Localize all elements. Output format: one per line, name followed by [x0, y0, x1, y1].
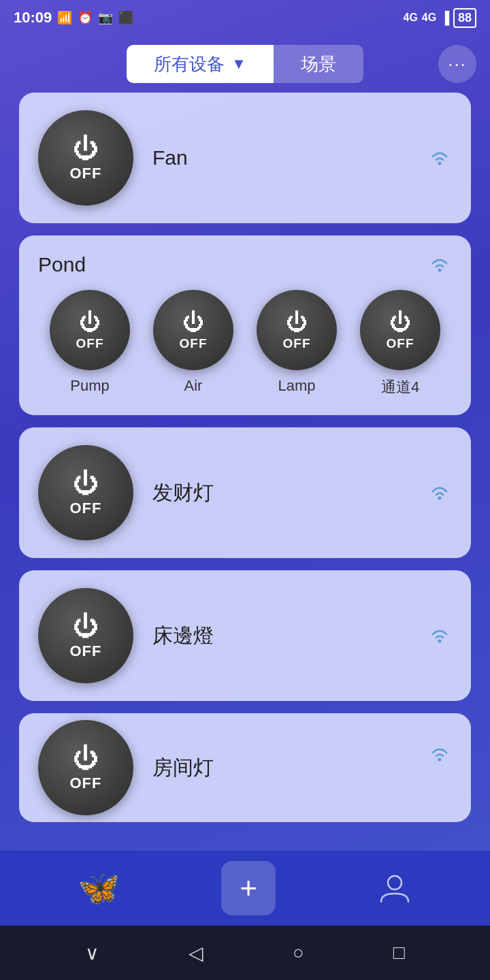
- pond-card: Pond ⏻ OFF Pump ⏻: [19, 235, 471, 415]
- network-4g-icon: 4G: [404, 12, 418, 24]
- channel4-power-button[interactable]: ⏻ OFF: [360, 290, 440, 370]
- network-4g2-icon: 4G: [422, 12, 436, 24]
- wealth-lamp-wifi-icon: [427, 482, 452, 504]
- add-device-button[interactable]: +: [221, 861, 276, 915]
- chevron-down-icon: ▼: [231, 55, 246, 73]
- signal-bars-icon: ▐: [440, 11, 449, 25]
- nav-down-button[interactable]: ∨: [85, 942, 99, 964]
- nav-recent-button[interactable]: □: [393, 942, 405, 964]
- air-status: OFF: [180, 336, 208, 351]
- bedside-lamp-power-button[interactable]: ⏻ OFF: [38, 588, 133, 683]
- lamp-status: OFF: [283, 336, 311, 351]
- lamp-label: Lamp: [278, 377, 315, 395]
- power-icon: ⏻: [73, 744, 99, 773]
- device-list: ⏻ OFF Fan Pond: [0, 93, 490, 830]
- power-icon: ⏻: [79, 310, 101, 335]
- nav-back-button[interactable]: ◁: [189, 942, 203, 964]
- all-devices-tab[interactable]: 所有设备 ▼: [127, 45, 274, 83]
- svg-point-3: [438, 640, 442, 643]
- room-lamp-name: 房间灯: [152, 754, 214, 782]
- header-nav: 所有设备 ▼ 场景 ···: [0, 35, 490, 93]
- pond-lamp: ⏻ OFF Lamp: [257, 290, 337, 397]
- bedside-lamp-name: 床邊燈: [152, 622, 214, 650]
- pump-power-button[interactable]: ⏻ OFF: [50, 290, 130, 370]
- room-lamp-wifi-icon: [427, 743, 452, 765]
- fan-power-button[interactable]: ⏻ OFF: [38, 110, 133, 206]
- scenes-label: 场景: [301, 52, 336, 76]
- pump-label: Pump: [70, 377, 109, 395]
- svg-point-0: [438, 162, 442, 165]
- air-label: Air: [184, 377, 203, 395]
- screenshot-icon: 📷: [98, 10, 113, 25]
- scenes-tab[interactable]: 场景: [274, 45, 363, 83]
- pond-wifi-icon: [427, 254, 452, 276]
- air-power-button[interactable]: ⏻ OFF: [153, 290, 233, 370]
- power-icon: ⏻: [73, 612, 99, 641]
- pond-air: ⏻ OFF Air: [153, 290, 233, 397]
- power-icon: ⏻: [182, 310, 204, 335]
- wealth-lamp-status: OFF: [70, 500, 102, 517]
- pond-pump: ⏻ OFF Pump: [50, 290, 130, 397]
- fan-card: ⏻ OFF Fan: [19, 93, 471, 223]
- bedside-lamp-card: ⏻ OFF 床邊燈: [19, 570, 471, 701]
- bottom-nav: 🦋 +: [0, 851, 490, 926]
- pond-channel4: ⏻ OFF 通道4: [360, 290, 440, 397]
- svg-point-1: [438, 269, 442, 272]
- status-bar: 10:09 📶 ⏰ 📷 ⬛ 4G 4G ▐ 88: [0, 0, 490, 35]
- svg-point-2: [438, 497, 442, 500]
- wealth-lamp-name: 发财灯: [152, 479, 214, 507]
- wealth-lamp-power-button[interactable]: ⏻ OFF: [38, 445, 133, 540]
- time-label: 10:09: [14, 9, 52, 27]
- signal-icon: 📶: [57, 10, 72, 25]
- power-icon: ⏻: [286, 310, 308, 335]
- svg-point-4: [438, 758, 442, 762]
- home-nav-item[interactable]: 🦋: [78, 868, 120, 908]
- status-left: 10:09 📶 ⏰ 📷 ⬛: [14, 9, 133, 27]
- power-icon: ⏻: [73, 134, 99, 163]
- all-devices-label: 所有设备: [154, 52, 225, 76]
- status-right: 4G 4G ▐ 88: [404, 8, 476, 28]
- lamp-power-button[interactable]: ⏻ OFF: [257, 290, 337, 370]
- battery-indicator: 88: [453, 8, 476, 28]
- alarm-icon: ⏰: [78, 10, 93, 25]
- room-lamp-power-button[interactable]: ⏻ OFF: [38, 720, 133, 815]
- fan-wifi-icon: [427, 147, 452, 169]
- power-icon: ⏻: [389, 310, 411, 335]
- more-dots-icon: ···: [448, 54, 467, 75]
- profile-icon: [377, 870, 412, 906]
- fan-status-label: OFF: [70, 165, 102, 182]
- fan-name: Fan: [152, 146, 188, 169]
- more-options-button[interactable]: ···: [438, 45, 476, 83]
- power-icon: ⏻: [73, 469, 99, 498]
- pond-header: Pond: [38, 253, 452, 276]
- green-icon: ⬛: [118, 10, 133, 25]
- system-nav-bar: ∨ ◁ ○ □: [0, 926, 490, 980]
- bedside-lamp-status: OFF: [70, 642, 102, 660]
- wealth-lamp-card: ⏻ OFF 发财灯: [19, 427, 471, 558]
- room-lamp-status: OFF: [70, 774, 102, 792]
- svg-point-5: [388, 876, 402, 889]
- profile-nav-item[interactable]: [377, 870, 412, 906]
- pond-name: Pond: [38, 253, 86, 276]
- channel4-label: 通道4: [381, 377, 419, 397]
- bedside-lamp-wifi-icon: [427, 625, 452, 647]
- channel4-status: OFF: [387, 336, 414, 351]
- pond-channels: ⏻ OFF Pump ⏻ OFF Air ⏻ OFF Lamp: [38, 290, 452, 397]
- nav-home-button[interactable]: ○: [293, 942, 304, 964]
- plus-icon: +: [240, 871, 257, 905]
- room-lamp-card: ⏻ OFF 房间灯: [19, 713, 471, 822]
- butterfly-icon: 🦋: [78, 868, 120, 908]
- pump-status: OFF: [76, 336, 104, 351]
